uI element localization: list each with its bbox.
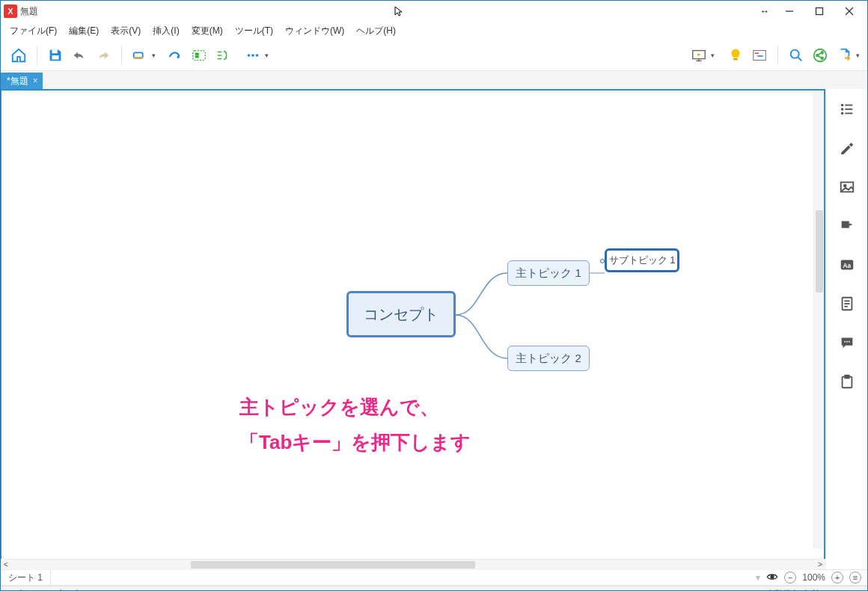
menu-file[interactable]: ファイル(F): [4, 23, 63, 39]
annotation-text: 主トピックを選んで、 「Tabキー」を押下します: [239, 390, 471, 460]
menu-window[interactable]: ウィンドウ(W): [279, 23, 350, 39]
app-icon: X: [4, 4, 17, 18]
marker-panel-button[interactable]: [839, 218, 855, 234]
share-button[interactable]: [810, 45, 831, 66]
toolbar: ▾ ▾ ▾ ▾: [1, 40, 867, 71]
svg-point-16: [256, 54, 259, 57]
scroll-left-icon[interactable]: <: [1, 560, 11, 569]
zoom-out-button[interactable]: −: [784, 572, 796, 584]
save-button[interactable]: [45, 45, 66, 66]
svg-point-32: [841, 105, 843, 106]
root-topic-label: コンセプト: [364, 304, 438, 325]
annotation-line-2: 「Tabキー」を押下します: [239, 425, 471, 460]
menu-edit[interactable]: 編集(E): [63, 23, 105, 39]
svg-rect-23: [757, 55, 762, 57]
comments-panel-button[interactable]: [839, 334, 855, 351]
task-panel-button[interactable]: [839, 373, 855, 390]
gantt-button[interactable]: [749, 45, 770, 66]
more-button[interactable]: [242, 45, 263, 66]
presentation-button[interactable]: [688, 45, 709, 66]
summary-button[interactable]: [213, 45, 233, 66]
svg-line-25: [798, 57, 802, 61]
scrollbar-track[interactable]: [11, 560, 815, 570]
minimize-button[interactable]: [774, 1, 804, 22]
chevron-down-icon[interactable]: ▾: [265, 52, 269, 59]
svg-text:Aa: Aa: [843, 263, 851, 269]
svg-rect-8: [193, 50, 206, 60]
svg-rect-50: [845, 376, 849, 379]
menu-help[interactable]: ヘルプ(H): [350, 23, 402, 39]
menu-insert[interactable]: 挿入(I): [147, 23, 185, 39]
eye-icon[interactable]: [766, 572, 778, 584]
main-topic-1-node[interactable]: 主トピック 1: [507, 260, 590, 286]
outline-panel-button[interactable]: [839, 101, 855, 117]
resize-horizontal-icon: ↔: [760, 6, 767, 16]
menu-view[interactable]: 表示(V): [105, 23, 147, 39]
workspace: コンセプト 主トピック 1 主トピック 2 サブトピック 1 主トピックを選んで…: [1, 89, 867, 559]
zoom-value: 100%: [802, 572, 825, 583]
scroll-right-icon[interactable]: >: [815, 560, 825, 569]
style-panel-button[interactable]: [839, 140, 855, 156]
search-button[interactable]: [786, 45, 807, 66]
separator: [121, 46, 122, 65]
chevron-down-icon[interactable]: ▾: [856, 52, 860, 59]
svg-line-31: [818, 55, 822, 57]
svg-point-47: [846, 341, 848, 343]
main-topic-2-label: 主トピック 2: [516, 352, 581, 366]
svg-rect-20: [733, 58, 738, 60]
filter-icon[interactable]: ▾: [756, 572, 760, 583]
topic-button[interactable]: [129, 45, 150, 66]
font-panel-button[interactable]: Aa: [839, 257, 855, 273]
fit-button[interactable]: ≡: [849, 572, 861, 584]
horizontal-scrollbar-thumb[interactable]: [191, 561, 475, 569]
sub-topic-1-node[interactable]: サブトピック 1: [605, 248, 679, 272]
svg-rect-5: [52, 55, 58, 60]
zoom-in-button[interactable]: +: [831, 572, 843, 584]
boundary-button[interactable]: [189, 45, 210, 66]
notes-panel-button[interactable]: [839, 296, 855, 312]
svg-rect-7: [134, 56, 143, 58]
canvas[interactable]: コンセプト 主トピック 1 主トピック 2 サブトピック 1 主トピックを選んで…: [1, 89, 825, 559]
undo-button[interactable]: [69, 45, 90, 66]
sheet-tab-1[interactable]: シート 1: [1, 570, 51, 586]
brainstorm-button[interactable]: [725, 45, 746, 66]
vertical-scrollbar[interactable]: [813, 91, 824, 548]
sub-topic-1-label: サブトピック 1: [609, 254, 676, 267]
statusbar: トピック ('サブトピック 1') 自動保存: 無効 KEI-PC: [1, 586, 867, 591]
separator: [37, 46, 37, 65]
sheet-tab-bar: シート 1 ▾ − 100% + ≡: [1, 569, 867, 586]
image-panel-button[interactable]: [839, 179, 855, 195]
document-tab[interactable]: *無題 ×: [1, 73, 43, 89]
close-icon[interactable]: ×: [33, 76, 38, 86]
svg-point-36: [841, 113, 843, 114]
chevron-down-icon[interactable]: ▾: [152, 52, 156, 59]
relationship-button[interactable]: [165, 45, 186, 66]
svg-point-34: [841, 108, 843, 110]
menu-modify[interactable]: 変更(M): [186, 23, 229, 39]
redo-button[interactable]: [93, 45, 114, 66]
sheet-tab-1-label: シート 1: [8, 572, 43, 583]
menubar: ファイル(F) 編集(E) 表示(V) 挿入(I) 変更(M) ツール(T) ウ…: [1, 22, 867, 40]
separator: [777, 46, 778, 65]
status-left: トピック ('サブトピック 1'): [5, 588, 106, 591]
export-button[interactable]: [834, 45, 855, 66]
chevron-down-icon[interactable]: ▾: [711, 52, 715, 59]
svg-rect-22: [755, 52, 760, 54]
titlebar: X 無題 ↔: [1, 1, 867, 22]
vertical-scrollbar-thumb[interactable]: [816, 210, 823, 293]
window-title: 無題: [20, 5, 38, 18]
maximize-button[interactable]: [804, 1, 834, 22]
main-topic-1-label: 主トピック 1: [516, 266, 581, 281]
svg-rect-9: [195, 53, 198, 55]
svg-point-15: [251, 54, 254, 57]
root-topic-node[interactable]: コンセプト: [346, 291, 456, 337]
svg-point-39: [843, 185, 846, 187]
svg-point-51: [771, 575, 774, 578]
svg-point-14: [248, 54, 251, 57]
menu-tool[interactable]: ツール(T): [229, 23, 279, 39]
main-topic-2-node[interactable]: 主トピック 2: [507, 346, 590, 371]
horizontal-scrollbar[interactable]: < >: [1, 559, 825, 569]
svg-rect-10: [195, 55, 198, 57]
home-button[interactable]: [8, 45, 29, 66]
close-button[interactable]: [834, 1, 864, 22]
